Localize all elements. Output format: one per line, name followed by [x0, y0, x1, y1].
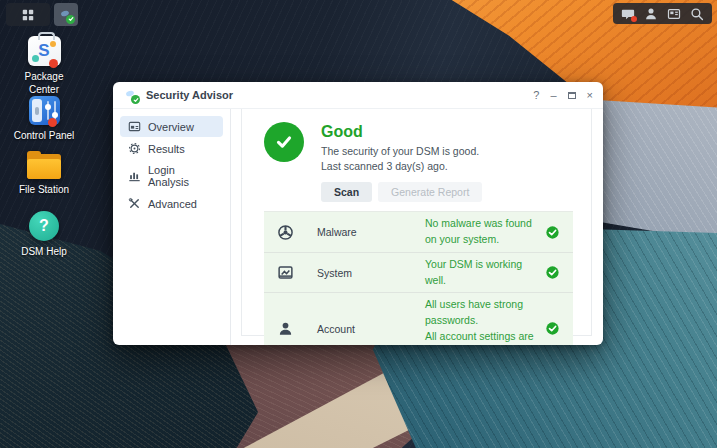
taskbar-security-advisor-button[interactable]: [54, 3, 78, 26]
status-line-1: The security of your DSM is good.: [321, 144, 482, 159]
check-ok-icon: [546, 266, 559, 279]
check-label: Account: [317, 323, 425, 335]
sidebar-item-overview[interactable]: Overview: [120, 116, 223, 137]
search-icon[interactable]: [690, 7, 704, 21]
user-icon[interactable]: [644, 7, 658, 21]
notification-badge: [631, 16, 637, 22]
check-label: System: [317, 267, 425, 279]
security-advisor-window: Security Advisor ? – × Overview Results: [113, 82, 603, 345]
desktop-icon-label: Control Panel: [6, 130, 82, 143]
package-center-icon: S: [28, 36, 61, 66]
sidebar-item-login-analysis[interactable]: Login Analysis: [120, 160, 223, 192]
check-message: All users have strong passwords.: [425, 297, 538, 329]
check-row-system[interactable]: System Your DSM is working well.: [264, 253, 573, 294]
check-ok-icon: [546, 322, 559, 335]
desktop-icon-label: Package Center: [15, 71, 73, 96]
status-title: Good: [321, 123, 482, 141]
file-station-icon: [27, 152, 61, 179]
desktop-icon-package-center[interactable]: S Package Center: [6, 36, 82, 96]
system-icon: [277, 264, 294, 281]
desktop-icon-file-station[interactable]: File Station: [6, 152, 82, 197]
main-menu-grid-icon: [21, 8, 35, 22]
desktop-icon-label: File Station: [6, 184, 82, 197]
desktop-icon-dsm-help[interactable]: ? DSM Help: [6, 211, 82, 259]
login-analysis-icon: [128, 170, 141, 183]
help-button[interactable]: ?: [533, 90, 539, 101]
check-message: No malware was found on your system.: [425, 216, 538, 248]
status-line-2: Last scanned 3 day(s) ago.: [321, 159, 482, 174]
maximize-icon: [568, 92, 576, 99]
desktop: S Package Center Control Panel File Stat…: [0, 0, 717, 448]
generate-report-button[interactable]: Generate Report: [378, 182, 482, 202]
check-row-malware[interactable]: Malware No malware was found on your sys…: [264, 211, 573, 253]
maximize-button[interactable]: [568, 90, 576, 101]
security-advisor-icon: [58, 7, 74, 23]
minimize-button[interactable]: –: [550, 90, 556, 101]
results-icon: [128, 142, 141, 155]
security-checklist: Malware No malware was found on your sys…: [264, 211, 573, 345]
overview-panel: Good The security of your DSM is good. L…: [241, 109, 592, 336]
control-panel-icon: [29, 96, 60, 125]
notifications-icon[interactable]: [621, 7, 635, 21]
close-button[interactable]: ×: [587, 90, 593, 101]
widgets-icon[interactable]: [667, 7, 681, 21]
account-icon: [277, 320, 294, 337]
sidebar-item-label: Results: [148, 143, 185, 155]
sidebar-item-label: Advanced: [148, 198, 197, 210]
check-message: All account settings are good.: [425, 329, 538, 345]
status-check-icon: [264, 122, 304, 162]
check-label: Malware: [317, 226, 425, 238]
sidebar-item-label: Overview: [148, 121, 194, 133]
desktop-icon-label: DSM Help: [6, 246, 82, 259]
check-row-account[interactable]: Account All users have strong passwords.…: [264, 293, 573, 345]
malware-icon: [277, 224, 294, 241]
control-panel-badge: [48, 118, 57, 127]
desktop-icon-control-panel[interactable]: Control Panel: [6, 96, 82, 143]
sidebar-item-label: Login Analysis: [148, 164, 215, 188]
window-title: Security Advisor: [146, 89, 233, 101]
security-status: Good The security of your DSM is good. L…: [242, 109, 591, 202]
check-message: Your DSM is working well.: [425, 257, 538, 289]
system-tray: [613, 3, 712, 24]
main-menu-button[interactable]: [6, 3, 50, 26]
overview-icon: [128, 120, 141, 133]
advanced-icon: [128, 197, 141, 210]
window-titlebar[interactable]: Security Advisor ? – ×: [113, 82, 603, 109]
security-advisor-icon: [123, 87, 139, 103]
sidebar: Overview Results Login Analysis Advanced: [113, 109, 231, 345]
sidebar-item-advanced[interactable]: Advanced: [120, 193, 223, 214]
scan-button[interactable]: Scan: [321, 182, 372, 202]
check-ok-icon: [546, 226, 559, 239]
sidebar-item-results[interactable]: Results: [120, 138, 223, 159]
package-center-badge: [49, 59, 58, 68]
dsm-help-icon: ?: [29, 211, 59, 241]
